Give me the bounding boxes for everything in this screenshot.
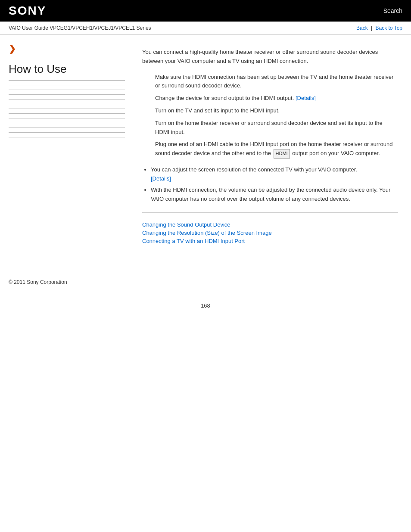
expand-icon[interactable]: ❯ — [9, 44, 125, 54]
bullet-1-text: You can adjust the screen resolution of … — [151, 166, 357, 173]
sidebar-line-12 — [9, 137, 125, 137]
header: SONY Search — [0, 0, 411, 22]
bullet-1-details-link[interactable]: [Details] — [151, 175, 171, 182]
guide-title: VAIO User Guide VPCEG1/VPCEH1/VPCEJ1/VPC… — [9, 25, 151, 31]
sidebar-line-1 — [9, 85, 125, 85]
step-4-text: Turn on the home theater receiver or sur… — [155, 120, 383, 135]
related-link-3[interactable]: Connecting a TV with an HDMI Input Port — [142, 238, 398, 244]
back-link[interactable]: Back — [356, 25, 368, 31]
back-to-top-link[interactable]: Back to Top — [376, 25, 402, 31]
sidebar: ❯ How to Use — [0, 35, 134, 271]
step-3-text: Turn on the TV and set its input to the … — [155, 107, 280, 114]
step-5: Plug one end of an HDMI cable to the HDM… — [155, 140, 398, 158]
related-link-2[interactable]: Changing the Resolution (Size) of the Sc… — [142, 230, 398, 236]
hdmi-label: HDMI — [274, 149, 290, 159]
page-number: 168 — [0, 302, 411, 317]
sidebar-line-5 — [9, 104, 125, 104]
step-3: Turn on the TV and set its input to the … — [155, 106, 398, 115]
content-divider-1 — [142, 212, 398, 213]
sidebar-line-4 — [9, 99, 125, 100]
step-4: Turn on the home theater receiver or sur… — [155, 119, 398, 137]
search-button[interactable]: Search — [383, 7, 402, 14]
nav-separator: | — [371, 25, 374, 31]
bullet-2-text: With the HDMI connection, the volume can… — [151, 187, 390, 202]
sidebar-line-2 — [9, 90, 125, 90]
sidebar-line-7 — [9, 113, 125, 114]
step-2-details-link[interactable]: [Details] — [296, 95, 316, 101]
sidebar-line-3 — [9, 94, 125, 95]
sidebar-line-10 — [9, 128, 125, 128]
step-5-text2: output port on your VAIO computer. — [292, 150, 380, 156]
related-link-1[interactable]: Changing the Sound Output Device — [142, 221, 398, 228]
sidebar-line-9 — [9, 123, 125, 123]
step-1: Make sure the HDMI connection has been s… — [155, 73, 398, 91]
content-divider-2 — [142, 253, 398, 253]
main-content: ❯ How to Use You can connect a high-qual… — [0, 35, 411, 271]
step-2-text: Change the device for sound output to th… — [155, 95, 294, 101]
bullet-item-1: You can adjust the screen resolution of … — [151, 165, 398, 184]
related-links: Changing the Sound Output Device Changin… — [142, 221, 398, 244]
content-area: You can connect a high-quality home thea… — [134, 35, 411, 271]
subheader: VAIO User Guide VPCEG1/VPCEH1/VPCEJ1/VPC… — [0, 22, 411, 35]
content-intro: You can connect a high-quality home thea… — [142, 48, 398, 66]
footer: © 2011 Sony Corporation — [0, 271, 411, 289]
sidebar-line-6 — [9, 109, 125, 109]
step-1-text: Make sure the HDMI connection has been s… — [155, 74, 393, 89]
sidebar-divider — [9, 80, 125, 81]
copyright-text: © 2011 Sony Corporation — [9, 279, 67, 285]
sidebar-line-8 — [9, 118, 125, 118]
sony-logo: SONY — [9, 4, 46, 18]
bullet-list: You can adjust the screen resolution of … — [151, 165, 398, 204]
bullet-item-2: With the HDMI connection, the volume can… — [151, 186, 398, 204]
nav-links: Back | Back to Top — [356, 25, 402, 31]
sidebar-line-11 — [9, 132, 125, 133]
step-2: Change the device for sound output to th… — [155, 94, 398, 103]
sidebar-title: How to Use — [9, 62, 125, 76]
